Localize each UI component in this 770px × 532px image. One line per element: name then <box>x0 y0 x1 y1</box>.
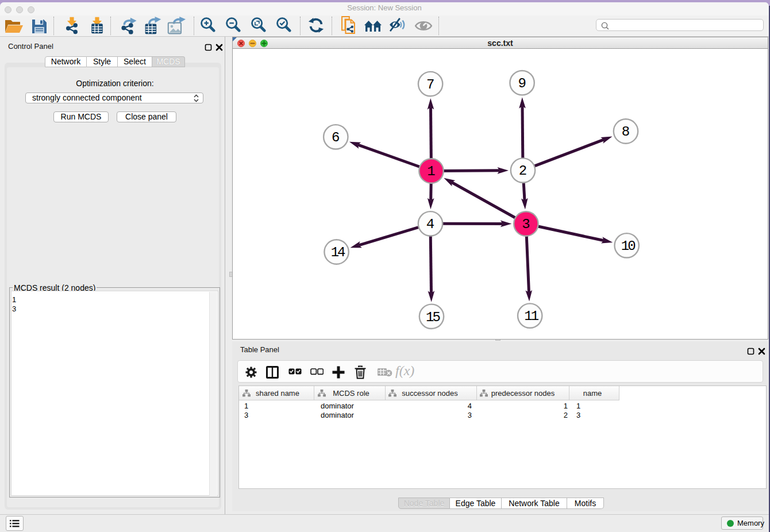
svg-text:4: 4 <box>426 217 434 232</box>
svg-text:11: 11 <box>524 309 538 324</box>
svg-text:7: 7 <box>426 77 434 92</box>
svg-text:15: 15 <box>426 310 440 325</box>
svg-text:2: 2 <box>519 163 527 179</box>
svg-text:1: 1 <box>427 164 435 179</box>
svg-text:9: 9 <box>518 76 526 91</box>
svg-text:8: 8 <box>622 124 630 140</box>
svg-text:6: 6 <box>332 130 340 145</box>
svg-text:14: 14 <box>331 245 345 260</box>
svg-text:3: 3 <box>522 217 530 232</box>
svg-text:10: 10 <box>621 238 635 254</box>
